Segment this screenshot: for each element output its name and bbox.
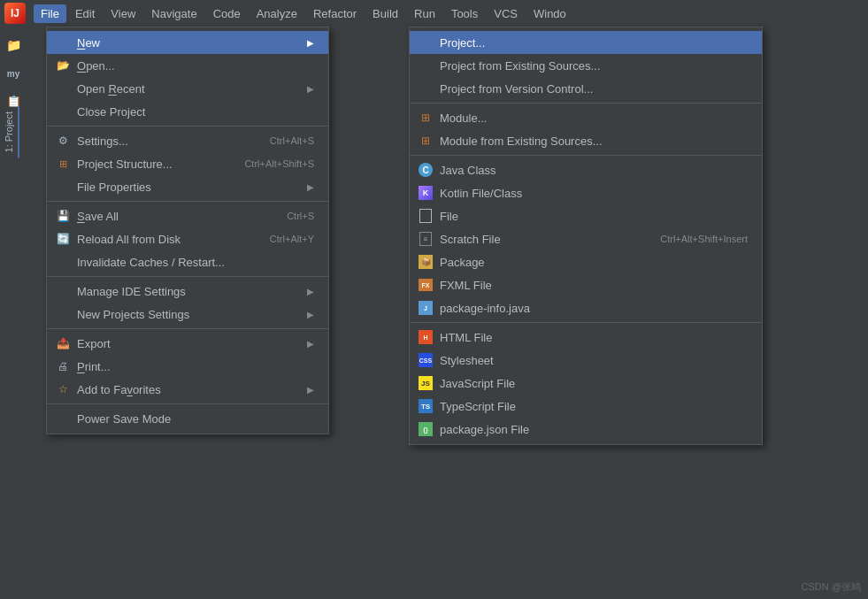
menu-item-export[interactable]: 📤 Export ▶ <box>47 332 328 355</box>
export-icon: 📤 <box>56 336 70 350</box>
invalidate-label: Invalidate Caches / Restart... <box>77 256 314 269</box>
file-menu: New ▶ 📂 Open... Open Recent ▶ Close Proj… <box>46 27 329 434</box>
new-submenu-fxml[interactable]: FX FXML File <box>410 273 762 296</box>
invalidate-icon <box>56 255 70 269</box>
new-submenu-file[interactable]: File <box>410 204 762 227</box>
fxml-icon: FX <box>419 278 433 292</box>
project-structure-label: Project Structure... <box>77 157 219 171</box>
new-submenu-project[interactable]: Project... <box>410 31 762 54</box>
close-project-icon <box>56 104 70 119</box>
kotlin-icon: K <box>419 186 433 200</box>
manage-ide-icon <box>56 284 70 298</box>
new-submenu-ts[interactable]: TS TypeScript File <box>410 395 762 418</box>
menu-item-file-properties[interactable]: File Properties ▶ <box>47 175 328 198</box>
menu-analyze[interactable]: Analyze <box>250 4 304 23</box>
new-submenu-module-existing[interactable]: ⊞ Module from Existing Sources... <box>410 129 762 152</box>
menu-item-settings[interactable]: ⚙ Settings... Ctrl+Alt+S <box>47 129 328 152</box>
print-label: Print... <box>77 360 314 373</box>
fxml-label: FXML File <box>440 279 748 292</box>
json-label: package.json File <box>440 423 748 436</box>
new-submenu-scratch-file[interactable]: ≡ Scratch File Ctrl+Alt+Shift+Insert <box>410 227 762 250</box>
new-projects-label: New Projects Settings <box>77 308 293 321</box>
menu-file[interactable]: File <box>34 4 66 23</box>
menu-tools[interactable]: Tools <box>444 4 485 23</box>
menu-item-power-save[interactable]: Power Save Mode <box>47 407 328 430</box>
app-logo: IJ <box>4 2 27 25</box>
export-label: Export <box>77 337 293 350</box>
js-icon: JS <box>419 376 433 390</box>
file-properties-label: File Properties <box>77 180 293 194</box>
print-icon: 🖨 <box>56 359 70 373</box>
new-arrow: ▶ <box>307 38 314 48</box>
menu-run[interactable]: Run <box>407 4 442 23</box>
sep-2 <box>47 201 328 202</box>
scratch-file-label: Scratch File <box>440 233 635 246</box>
sep-4 <box>47 328 328 329</box>
new-submenu-kotlin[interactable]: K Kotlin File/Class <box>410 181 762 204</box>
menu-edit[interactable]: Edit <box>68 4 102 23</box>
new-sep-3 <box>410 322 762 323</box>
menu-item-close-project[interactable]: Close Project <box>47 100 328 123</box>
menu-item-new[interactable]: New ▶ <box>47 31 328 54</box>
save-all-label: Save All <box>77 210 262 223</box>
module-icon: ⊞ <box>419 111 433 125</box>
new-submenu-package[interactable]: 📦 Package <box>410 250 762 273</box>
new-label: New <box>77 36 293 50</box>
menu-bar: IJ File Edit View Navigate Code Analyze … <box>0 0 868 27</box>
menu-item-open[interactable]: 📂 Open... <box>47 54 328 77</box>
open-recent-arrow: ▶ <box>307 84 314 94</box>
js-label: JavaScript File <box>440 377 748 390</box>
file-label: File <box>440 210 748 223</box>
power-save-icon <box>56 411 70 426</box>
project-existing-label: Project from Existing Sources... <box>440 59 748 73</box>
stylesheet-label: Stylesheet <box>440 354 748 367</box>
new-sep-1 <box>410 103 762 104</box>
menu-item-reload[interactable]: 🔄 Reload All from Disk Ctrl+Alt+Y <box>47 227 328 250</box>
menu-build[interactable]: Build <box>365 4 405 23</box>
file-icon <box>419 209 433 223</box>
open-recent-icon <box>56 81 70 96</box>
menu-item-print[interactable]: 🖨 Print... <box>47 355 328 378</box>
close-project-label: Close Project <box>77 105 314 119</box>
file-properties-arrow: ▶ <box>307 182 314 192</box>
manage-ide-label: Manage IDE Settings <box>77 285 293 298</box>
new-submenu-project-existing[interactable]: Project from Existing Sources... <box>410 54 762 77</box>
menu-item-new-projects-settings[interactable]: New Projects Settings ▶ <box>47 303 328 326</box>
new-submenu-project-vcs[interactable]: Project from Version Control... <box>410 77 762 100</box>
new-submenu-java-class[interactable]: C Java Class <box>410 158 762 181</box>
export-arrow: ▶ <box>307 339 314 349</box>
sep-3 <box>47 276 328 277</box>
reload-shortcut: Ctrl+Alt+Y <box>270 234 314 244</box>
kotlin-label: Kotlin File/Class <box>440 187 748 200</box>
menu-item-invalidate[interactable]: Invalidate Caches / Restart... <box>47 250 328 273</box>
new-submenu-html[interactable]: H HTML File <box>410 326 762 349</box>
menu-item-add-favorites[interactable]: ☆ Add to Favorites ▶ <box>47 378 328 401</box>
menu-code[interactable]: Code <box>206 4 248 23</box>
new-submenu-json[interactable]: {} package.json File <box>410 418 762 441</box>
new-projects-arrow: ▶ <box>307 310 314 319</box>
ts-label: TypeScript File <box>440 400 748 413</box>
menu-window[interactable]: Windo <box>526 4 573 23</box>
package-label: Package <box>440 256 748 269</box>
menu-refactor[interactable]: Refactor <box>306 4 364 23</box>
new-submenu-js[interactable]: JS JavaScript File <box>410 372 762 395</box>
menu-view[interactable]: View <box>104 4 142 23</box>
sep-5 <box>47 403 328 404</box>
reload-icon: 🔄 <box>56 232 70 246</box>
ts-icon: TS <box>419 399 433 413</box>
new-submenu-package-info[interactable]: J package-info.java <box>410 296 762 319</box>
project-vcs-icon <box>419 81 433 96</box>
scratch-file-shortcut: Ctrl+Alt+Shift+Insert <box>660 234 748 244</box>
menu-item-save-all[interactable]: 💾 Save All Ctrl+S <box>47 204 328 227</box>
menu-navigate[interactable]: Navigate <box>144 4 204 23</box>
menu-item-manage-ide[interactable]: Manage IDE Settings ▶ <box>47 280 328 303</box>
package-info-icon: J <box>419 301 433 315</box>
menu-vcs[interactable]: VCS <box>487 4 525 23</box>
project-structure-icon: ⊞ <box>56 157 70 171</box>
watermark: CSDN @张鸠 <box>802 580 861 594</box>
menu-item-project-structure[interactable]: ⊞ Project Structure... Ctrl+Alt+Shift+S <box>47 152 328 175</box>
new-submenu-module[interactable]: ⊞ Module... <box>410 106 762 129</box>
open-recent-label: Open Recent <box>77 82 293 96</box>
menu-item-open-recent[interactable]: Open Recent ▶ <box>47 77 328 100</box>
new-submenu-stylesheet[interactable]: CSS Stylesheet <box>410 349 762 372</box>
